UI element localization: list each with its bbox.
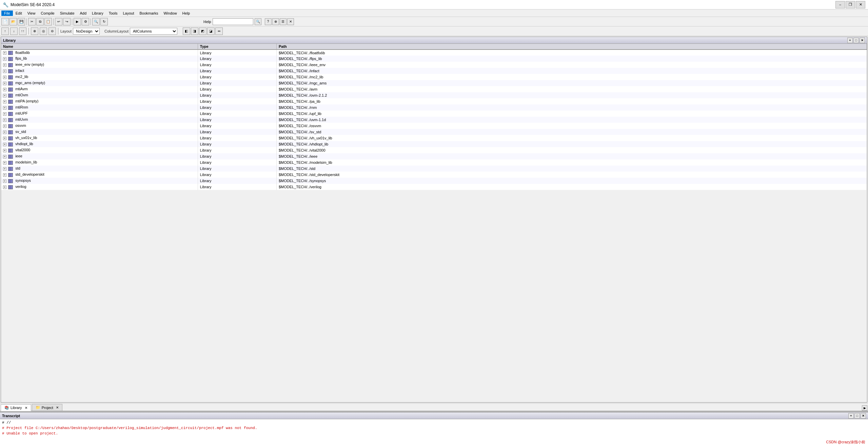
table-row[interactable]: + mtiUvm Library$MODEL_TECH/../uvm-1.1d (1, 117, 867, 123)
expand-icon[interactable]: + (3, 179, 6, 183)
menu-item-layout[interactable]: Layout (120, 11, 137, 16)
lib-header-btn1[interactable]: + (847, 38, 853, 43)
redo-button[interactable]: ↪ (63, 18, 71, 25)
help-input[interactable] (213, 18, 253, 25)
expand-icon[interactable]: + (3, 186, 6, 189)
open-button[interactable]: 📂 (9, 18, 17, 25)
help-btn4[interactable]: ✕ (287, 18, 294, 25)
view-btn2[interactable]: ◨ (191, 27, 198, 35)
expand-icon[interactable]: + (3, 143, 6, 146)
tb2-btn6[interactable]: ⊖ (48, 27, 56, 35)
col-resize-type[interactable] (275, 44, 276, 49)
col-header-type[interactable]: Type (198, 44, 276, 50)
menu-item-file[interactable]: File (1, 11, 13, 16)
zoom-in-button[interactable]: 🔍 (92, 18, 100, 25)
tab-library[interactable]: 📚 Library ✕ (1, 404, 31, 411)
transcript-btn3[interactable]: ✕ (861, 413, 866, 419)
table-row[interactable]: + infact Library$MODEL_TECH/../infact (1, 68, 867, 74)
table-row[interactable]: + vh_ux01v_lib Library$MODEL_TECH/../vh_… (1, 135, 867, 141)
expand-icon[interactable]: + (3, 131, 6, 134)
menu-item-simulate[interactable]: Simulate (57, 11, 77, 16)
table-row[interactable]: + vhdlopt_lib Library$MODEL_TECH/../vhdl… (1, 141, 867, 147)
table-row[interactable]: + verilog Library$MODEL_TECH/../verilog (1, 184, 867, 190)
lib-header-btn2[interactable]: □ (853, 38, 859, 43)
table-row[interactable]: + mtiAvm Library$MODEL_TECH/../avm (1, 86, 867, 92)
paste-button[interactable]: 📋 (44, 18, 52, 25)
refresh-button[interactable]: ↻ (100, 18, 108, 25)
minimize-button[interactable]: − (835, 1, 845, 8)
column-layout-select[interactable]: AllColumns NoColumns (130, 28, 177, 35)
table-row[interactable]: + ieee_env (empty) Library$MODEL_TECH/..… (1, 62, 867, 68)
cut-button[interactable]: ✂ (28, 18, 36, 25)
save-button[interactable]: 💾 (18, 18, 25, 25)
simulate-button[interactable]: ⚙ (82, 18, 89, 25)
menu-item-window[interactable]: Window (161, 11, 179, 16)
layout-select[interactable]: NoDesign Default Custom (73, 28, 100, 35)
tabs-expand-btn[interactable]: ▶ (862, 405, 867, 411)
table-row[interactable]: + mc2_lib Library$MODEL_TECH/../mc2_lib (1, 74, 867, 80)
restore-button[interactable]: ❐ (846, 1, 855, 8)
col-header-name[interactable]: Name (1, 44, 198, 50)
help-btn1[interactable]: ? (265, 18, 272, 25)
expand-icon[interactable]: + (3, 118, 6, 122)
col-header-path[interactable]: Path (276, 44, 867, 50)
table-row[interactable]: + vital2000 Library$MODEL_TECH/../vital2… (1, 147, 867, 153)
expand-icon[interactable]: + (3, 76, 6, 79)
table-row[interactable]: + floatfixlib Library$MODEL_TECH/../floa… (1, 50, 867, 56)
expand-icon[interactable]: + (3, 167, 6, 171)
menu-item-library[interactable]: Library (89, 11, 106, 16)
table-row[interactable]: + std Library$MODEL_TECH/../std (1, 166, 867, 172)
menu-item-compile[interactable]: Compile (38, 11, 57, 16)
table-row[interactable]: + mtiRnm Library$MODEL_TECH/../rnm (1, 104, 867, 111)
table-row[interactable]: + mtiOvm Library$MODEL_TECH/../ovm-2.1.2 (1, 92, 867, 98)
expand-icon[interactable]: + (3, 106, 6, 110)
tb2-btn2[interactable]: ↓ (10, 27, 18, 35)
expand-icon[interactable]: + (3, 63, 6, 67)
transcript-btn1[interactable]: + (848, 413, 854, 419)
table-row[interactable]: + std_developerskit Library$MODEL_TECH/.… (1, 172, 867, 178)
view-btn4[interactable]: ◪ (207, 27, 215, 35)
transcript-btn2[interactable]: □ (854, 413, 860, 419)
table-row[interactable]: + synopsys Library$MODEL_TECH/../synopsy… (1, 178, 867, 184)
table-row[interactable]: + modelsim_lib Library$MODEL_TECH/../mod… (1, 159, 867, 166)
lib-header-btn3[interactable]: ✕ (860, 38, 865, 43)
help-btn3[interactable]: ☰ (280, 18, 287, 25)
table-row[interactable]: + sv_std Library$MODEL_TECH/../sv_std (1, 129, 867, 135)
table-row[interactable]: + mgc_ams (empty) Library$MODEL_TECH/../… (1, 80, 867, 86)
table-row[interactable]: + flps_lib Library$MODEL_TECH/../flps_li… (1, 56, 867, 62)
col-resize-name[interactable] (196, 44, 198, 49)
tab-project[interactable]: 📁 Project ✕ (32, 404, 62, 411)
table-row[interactable]: + ieee Library$MODEL_TECH/../ieee (1, 153, 867, 159)
copy-button[interactable]: ⧉ (36, 18, 44, 25)
tab-project-close[interactable]: ✕ (56, 406, 59, 409)
expand-icon[interactable]: + (3, 51, 6, 55)
tb2-btn4[interactable]: ⊕ (31, 27, 38, 35)
expand-icon[interactable]: + (3, 112, 6, 116)
menu-item-edit[interactable]: Edit (13, 11, 25, 16)
expand-icon[interactable]: + (3, 88, 6, 91)
tab-library-close[interactable]: ✕ (25, 406, 27, 410)
tb2-btn1[interactable]: ↑ (1, 27, 9, 35)
col-resize-path[interactable] (865, 44, 867, 49)
expand-icon[interactable]: + (3, 155, 6, 158)
expand-icon[interactable]: + (3, 161, 6, 164)
view-btn5[interactable]: ⇔ (215, 27, 223, 35)
menu-item-view[interactable]: View (25, 11, 38, 16)
tb2-btn3[interactable]: ↑↑ (19, 27, 26, 35)
expand-icon[interactable]: + (3, 82, 6, 85)
undo-button[interactable]: ↩ (55, 18, 62, 25)
table-row[interactable]: + osvvm Library$MODEL_TECH/../osvvm (1, 123, 867, 129)
help-btn2[interactable]: ⊕ (272, 18, 279, 25)
compile-button[interactable]: ▶ (74, 18, 81, 25)
expand-icon[interactable]: + (3, 94, 6, 97)
new-button[interactable]: 📄 (1, 18, 9, 25)
menu-item-help[interactable]: Help (180, 11, 193, 16)
menu-item-add[interactable]: Add (77, 11, 90, 16)
expand-icon[interactable]: + (3, 124, 6, 128)
tb2-btn5[interactable]: ◎ (40, 27, 47, 35)
expand-icon[interactable]: + (3, 173, 6, 177)
expand-icon[interactable]: + (3, 57, 6, 61)
expand-icon[interactable]: + (3, 137, 6, 140)
table-row[interactable]: + mtiPA (empty) Library$MODEL_TECH/../pa… (1, 98, 867, 104)
expand-icon[interactable]: + (3, 100, 6, 103)
